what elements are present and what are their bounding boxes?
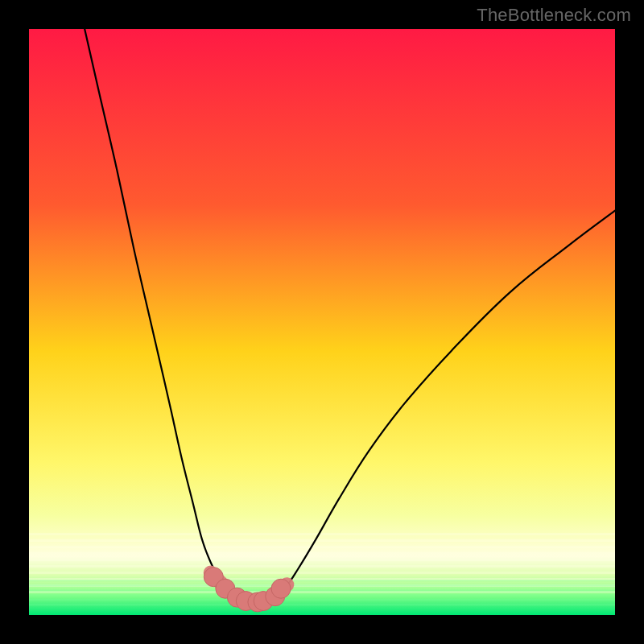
svg-rect-1 <box>29 533 615 535</box>
plot-area <box>29 29 615 615</box>
watermark-text: TheBottleneck.com <box>477 5 631 26</box>
svg-rect-2 <box>29 539 615 542</box>
svg-rect-11 <box>29 580 615 581</box>
svg-rect-10 <box>29 591 615 593</box>
svg-rect-6 <box>29 565 615 568</box>
svg-rect-16 <box>29 604 615 605</box>
svg-rect-13 <box>29 589 615 591</box>
svg-rect-15 <box>29 599 615 601</box>
valley-marker <box>271 579 291 598</box>
svg-rect-5 <box>29 559 615 561</box>
svg-rect-12 <box>29 584 615 586</box>
svg-rect-4 <box>29 552 615 555</box>
chart-container: TheBottleneck.com <box>0 0 644 644</box>
chart-svg <box>29 29 615 615</box>
svg-rect-3 <box>29 546 615 548</box>
svg-rect-14 <box>29 594 615 596</box>
svg-rect-7 <box>29 572 615 574</box>
